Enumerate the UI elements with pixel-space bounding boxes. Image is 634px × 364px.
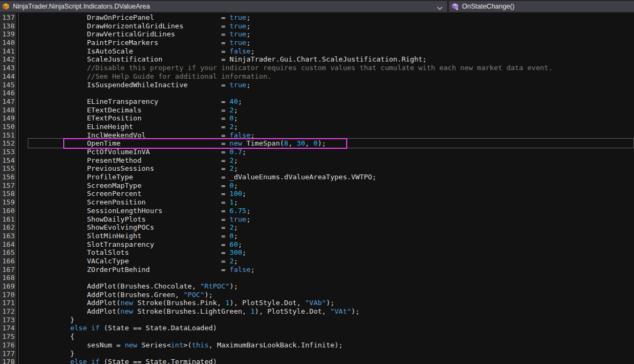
- code-line-164[interactable]: 164 SlotTransparency = 60;: [0, 240, 634, 249]
- code-line-166[interactable]: 166 VACalcType = 2;: [0, 257, 634, 266]
- code-line-146[interactable]: 146: [0, 89, 634, 97]
- code-line-156[interactable]: 156 ProfileType = _dValueEnums.dValueAre…: [0, 173, 634, 181]
- code-line-155[interactable]: 155 PreviousSessions = 2;: [0, 164, 634, 173]
- code-line-141[interactable]: 141 IsAutoScale = false;: [0, 47, 634, 56]
- line-number[interactable]: 166: [0, 257, 16, 266]
- code-line-170[interactable]: 170 AddPlot(Brushes.Green, "POC");: [0, 291, 634, 299]
- code-line-161[interactable]: 161 ShowDailyPlots = true;: [0, 215, 634, 224]
- line-number[interactable]: 163: [0, 232, 16, 240]
- code-line-151[interactable]: 151 InclWeekendVol = false;: [0, 131, 634, 140]
- code-line-154[interactable]: 154 PresentMethod = 2;: [0, 156, 634, 165]
- code-text: AddPlot(Brushes.Chocolate, "RtPOC");: [20, 282, 238, 291]
- code-line-138[interactable]: 138 DrawHorizontalGridLines = true;: [0, 22, 634, 31]
- line-number[interactable]: 168: [0, 274, 16, 282]
- line-number[interactable]: 139: [0, 30, 16, 39]
- code-line-159[interactable]: 159 ScreenPosition = 1;: [0, 198, 634, 207]
- line-number[interactable]: 138: [0, 22, 16, 31]
- line-number[interactable]: 160: [0, 207, 16, 215]
- code-text: ScreenPercent = 100;: [20, 189, 247, 198]
- code-line-153[interactable]: 153 PctOfVolumeInVA = 0.7;: [0, 148, 634, 156]
- code-line-150[interactable]: 150 ELineHeight = 2;: [0, 123, 634, 131]
- code-line-162[interactable]: 162 ShowEvolvingPOCs = 2;: [0, 223, 634, 232]
- chevron-down-icon[interactable]: [437, 4, 443, 12]
- line-number[interactable]: 171: [0, 299, 16, 307]
- line-number[interactable]: 158: [0, 189, 16, 198]
- code-text: ScreenMapType = 0;: [20, 181, 238, 190]
- type-selector-dropdown[interactable]: NinjaTrader.NinjaScript.Indicators.DValu…: [0, 1, 447, 12]
- code-line-177[interactable]: 177 }: [0, 350, 634, 358]
- code-line-143[interactable]: 143 //Disable this property if your indi…: [0, 64, 634, 72]
- code-line-140[interactable]: 140 PaintPriceMarkers = true;: [0, 39, 634, 47]
- line-number[interactable]: 161: [0, 215, 16, 224]
- code-line-158[interactable]: 158 ScreenPercent = 100;: [0, 189, 634, 198]
- code-line-168[interactable]: 168: [0, 274, 634, 282]
- line-number[interactable]: 140: [0, 39, 16, 47]
- line-number[interactable]: 167: [0, 266, 16, 274]
- code-line-173[interactable]: 173 }: [0, 316, 634, 324]
- code-line-175[interactable]: 175 {: [0, 332, 634, 341]
- ninjascript-editor-window: NinjaTrader.NinjaScript.Indicators.DValu…: [0, 0, 634, 364]
- line-number[interactable]: 162: [0, 223, 16, 232]
- line-number[interactable]: 159: [0, 198, 16, 207]
- line-number[interactable]: 144: [0, 72, 16, 81]
- code-line-157[interactable]: 157 ScreenMapType = 0;: [0, 181, 634, 190]
- code-line-137[interactable]: 137 DrawOnPricePanel = true;: [0, 13, 634, 22]
- line-number[interactable]: 149: [0, 114, 16, 123]
- line-number[interactable]: 154: [0, 156, 16, 165]
- code-text: AddPlot(Brushes.Green, "POC");: [20, 291, 213, 299]
- line-number[interactable]: 172: [0, 307, 16, 316]
- code-line-167[interactable]: 167 ZOrderPutBehind = false;: [0, 266, 634, 274]
- line-number[interactable]: 165: [0, 248, 16, 257]
- code-line-144[interactable]: 144 //See Help Guide for additional info…: [0, 72, 634, 81]
- code-line-139[interactable]: 139 DrawVerticalGridLines = true;: [0, 30, 634, 39]
- line-number[interactable]: 146: [0, 89, 16, 97]
- code-line-142[interactable]: 142 ScaleJustification = NinjaTrader.Gui…: [0, 55, 634, 64]
- code-line-178[interactable]: 178 else if (State == State.Terminated): [0, 358, 634, 364]
- line-number[interactable]: 178: [0, 358, 16, 364]
- code-line-174[interactable]: 174 else if (State == State.DataLoaded): [0, 324, 634, 332]
- line-number[interactable]: 150: [0, 123, 16, 131]
- line-number[interactable]: 157: [0, 181, 16, 190]
- code-line-145[interactable]: 145 IsSuspendedWhileInactive = true;: [0, 81, 634, 89]
- member-selector-dropdown[interactable]: OnStateChange(): [449, 1, 634, 12]
- line-number[interactable]: 170: [0, 291, 16, 299]
- code-text: }: [20, 350, 74, 358]
- line-number[interactable]: 152: [0, 139, 16, 148]
- code-line-163[interactable]: 163 SlotMinHeight = 0;: [0, 232, 634, 240]
- code-line-148[interactable]: 148 ETextDecimals = 2;: [0, 106, 634, 115]
- code-line-169[interactable]: 169 AddPlot(Brushes.Chocolate, "RtPOC");: [0, 282, 634, 291]
- code-line-149[interactable]: 149 ETextPosition = 0;: [0, 114, 634, 123]
- code-editor-area[interactable]: 137 DrawOnPricePanel = true;138 DrawHori…: [0, 13, 634, 364]
- line-number[interactable]: 153: [0, 148, 16, 156]
- line-number[interactable]: 142: [0, 55, 16, 64]
- code-line-160[interactable]: 160 SessionLengthHours = 6.75;: [0, 207, 634, 215]
- line-number[interactable]: 176: [0, 341, 16, 350]
- code-text: PctOfVolumeInVA = 0.7;: [20, 148, 247, 156]
- line-number[interactable]: 174: [0, 324, 16, 332]
- code-text: SessionLengthHours = 6.75;: [20, 207, 250, 215]
- code-line-172[interactable]: 172 AddPlot(new Stroke(Brushes.LightGree…: [0, 307, 634, 316]
- code-line-147[interactable]: 147 ELineTransparency = 40;: [0, 97, 634, 106]
- line-number[interactable]: 143: [0, 64, 16, 72]
- line-number[interactable]: 175: [0, 332, 16, 341]
- code-text: ProfileType = _dValueEnums.dValueAreaTyp…: [20, 173, 376, 181]
- line-number[interactable]: 145: [0, 81, 16, 89]
- code-line-165[interactable]: 165 TotalSlots = 300;: [0, 248, 634, 257]
- code-line-171[interactable]: 171 AddPlot(new Stroke(Brushes.Pink, 1),…: [0, 299, 634, 307]
- code-text: ShowDailyPlots = true;: [20, 215, 250, 224]
- line-number[interactable]: 141: [0, 47, 16, 56]
- code-line-152[interactable]: 152 OpenTime = new TimeSpan(8, 30, 0);: [0, 139, 634, 148]
- code-text: DrawHorizontalGridLines = true;: [20, 22, 250, 31]
- line-number[interactable]: 173: [0, 316, 16, 324]
- line-number[interactable]: 151: [0, 131, 16, 140]
- line-number[interactable]: 156: [0, 173, 16, 181]
- line-number[interactable]: 169: [0, 282, 16, 291]
- code-text: {: [20, 332, 74, 341]
- line-number[interactable]: 137: [0, 13, 16, 22]
- line-number[interactable]: 177: [0, 350, 16, 358]
- line-number[interactable]: 147: [0, 97, 16, 106]
- line-number[interactable]: 155: [0, 164, 16, 173]
- line-number[interactable]: 148: [0, 106, 16, 115]
- line-number[interactable]: 164: [0, 240, 16, 249]
- code-line-176[interactable]: 176 sesNum = new Series<int>(this, Maxim…: [0, 341, 634, 350]
